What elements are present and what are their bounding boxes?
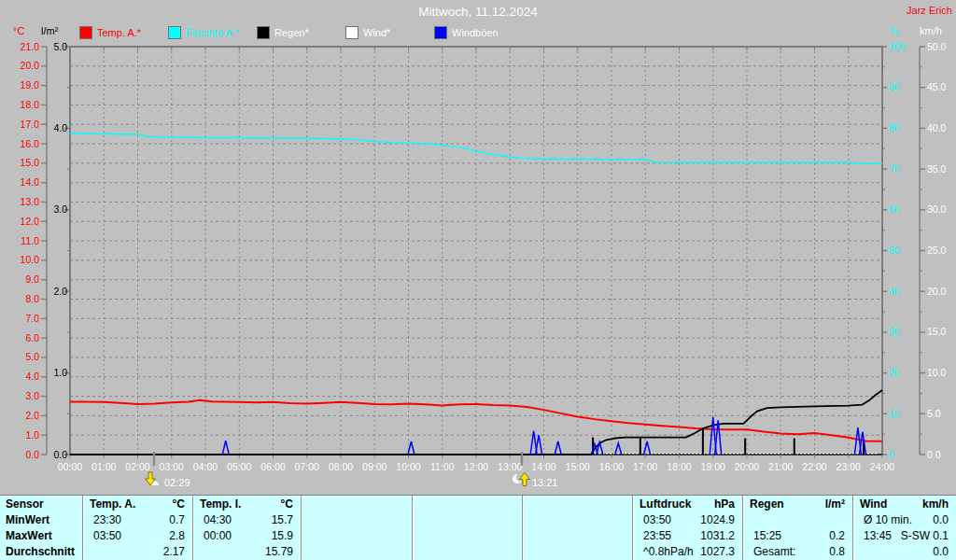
temp-tick-label: 18.0 [21,99,40,110]
wind-tick-label: 5.0 [927,408,941,419]
wind-tick-label: 45.0 [927,81,947,92]
rain-tick-label: 4.0 [53,122,67,133]
wind-gust-spike [536,435,542,455]
temp-tick-label: 17.0 [21,119,40,130]
table-cell-value: 15.9 [192,529,293,543]
humidity-tick-label: 60 [889,203,900,215]
rain-tick-label: 0.0 [53,449,67,460]
humidity-tick-label: 20 [889,367,900,378]
rain-tick-label: 3.0 [53,203,67,215]
table-divider [522,496,523,560]
table-row-label: Sensor [6,497,44,511]
humidity-tick-label: 100 [889,41,906,52]
temp-tick-label: 7.0 [25,313,39,324]
temp-tick-label: 10.0 [21,254,40,265]
x-tick-label: 18:00 [667,461,691,472]
table-cell-value: 1031.2 [632,529,735,543]
x-tick-label: 16:00 [599,461,624,472]
x-tick-label: 11:00 [430,461,455,472]
moon-event-time: 02:29 [164,477,190,488]
x-tick-label: 17:00 [633,461,657,472]
temp-tick-label: 1.0 [25,429,39,441]
table-cell-value: 1024.9 [632,513,735,527]
table-cell-value: 0.0 [852,545,949,559]
x-tick-label: 22:00 [802,461,826,472]
x-tick-label: 19:00 [701,461,725,472]
temp-tick-label: 4.0 [25,371,39,382]
weather-station-window: Mittwoch, 11.12.2024 Jarz Erich °C l/m² … [0,0,956,560]
table-sensor-unit: hPa [632,497,735,511]
temp-tick-label: 6.0 [25,332,39,343]
x-tick-label: 00:00 [58,461,82,472]
x-tick-label: 07:00 [295,461,319,472]
table-cell-value: 15.79 [192,545,293,559]
table-cell-value: 0.2 [742,529,845,543]
temp-tick-label: 13.0 [21,196,40,207]
wind-tick-label: 30.0 [927,203,947,215]
x-tick-label: 23:00 [836,461,861,472]
temp-tick-label: 16.0 [21,138,40,149]
x-tick-label: 10:00 [396,461,420,472]
x-tick-label: 09:00 [362,461,387,472]
temp-tick-label: 14.0 [21,176,40,188]
table-cell-value: 2.17 [82,545,185,559]
wind-tick-label: 35.0 [927,163,947,175]
table-row-label: Durchschnitt [6,545,75,559]
humidity-tick-label: 80 [889,122,900,133]
moon-event-time: 13:21 [532,477,558,488]
temp-tick-label: 11.0 [21,235,39,246]
chart-plot-area: 21.020.019.018.017.016.015.014.013.012.0… [0,0,956,495]
wind-tick-label: 10.0 [927,367,947,378]
table-divider [412,496,413,560]
wind-gust-spike [555,441,561,455]
wind-gust-spike [222,441,229,455]
wind-tick-label: 50.0 [927,41,947,52]
temp-tick-label: 5.0 [25,351,39,362]
temp-tick-label: 2.0 [25,410,39,421]
x-tick-label: 15:00 [566,461,590,472]
temp-tick-label: 20.0 [21,60,40,71]
temp-tick-label: 0.0 [25,449,39,460]
wind-tick-label: 25.0 [927,245,947,256]
wind-tick-label: 40.0 [927,122,947,133]
x-tick-label: 02:00 [125,461,149,472]
temp-tick-label: 9.0 [25,273,39,285]
table-divider [301,496,302,560]
x-tick-label: 24:00 [870,461,894,472]
wind-tick-label: 15.0 [927,326,947,337]
rain-tick-label: 2.0 [53,286,67,297]
wind-gust-spike [615,443,622,455]
table-row-label: MaxWert [6,529,52,543]
x-tick-label: 04:00 [193,461,218,472]
table-cell-value: 0.8 [742,545,845,559]
x-tick-label: 12:00 [464,461,488,472]
temp-tick-label: 21.0 [21,41,40,52]
humidity-tick-label: 70 [889,163,900,175]
temp-tick-label: 3.0 [25,390,39,401]
x-tick-label: 05:00 [227,461,251,472]
x-tick-label: 20:00 [735,461,759,472]
humidity-tick-label: 10 [889,408,900,419]
table-cell-value: 0.7 [82,513,185,527]
rain-tick-label: 5.0 [53,41,67,52]
rain-tick-label: 1.0 [53,367,67,378]
wind-tick-label: 20.0 [927,286,947,297]
table-cell-value: 15.7 [192,513,293,527]
wind-gust-spike [597,442,603,455]
table-cell-value: 2.8 [82,529,185,543]
humidity-tick-label: 90 [889,81,900,92]
table-cell-value: S-SW 0.1 [852,529,949,543]
temp-tick-label: 15.0 [21,157,40,168]
x-tick-label: 06:00 [260,461,285,472]
table-sensor-unit: km/h [852,497,949,511]
wind-tick-label: 0.0 [927,449,941,460]
x-tick-label: 03:00 [160,461,184,472]
humidity-tick-label: 40 [889,286,900,297]
table-sensor-unit: °C [82,497,185,511]
x-tick-label: 14:00 [531,461,555,472]
temp-tick-label: 8.0 [25,293,39,304]
table-sensor-unit: l/m² [742,497,845,511]
table-cell-value: 0.0 [852,513,949,527]
wind-gust-spike [644,441,651,455]
x-tick-label: 21:00 [768,461,793,472]
